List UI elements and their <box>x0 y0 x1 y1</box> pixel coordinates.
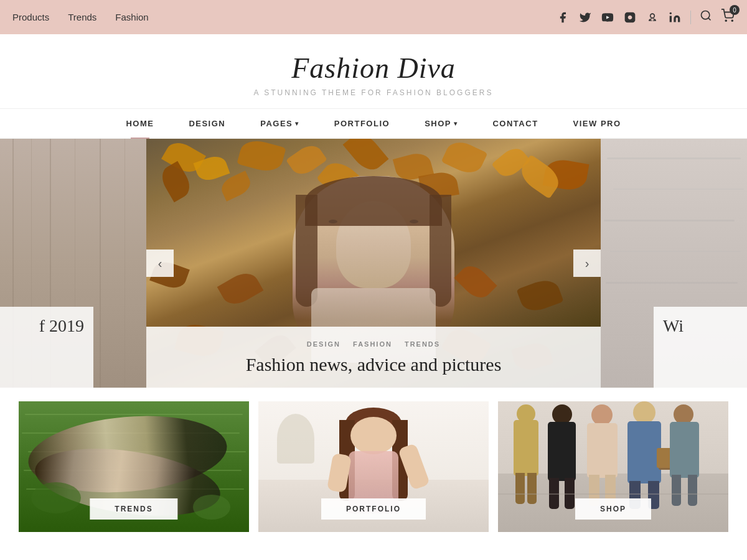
facebook-icon[interactable] <box>556 11 570 24</box>
search-icon[interactable] <box>700 9 712 25</box>
nav-home[interactable]: HOME <box>108 109 171 138</box>
slider-title: Fashion news, advice and pictures <box>165 354 582 375</box>
svg-point-4 <box>651 14 655 18</box>
instagram-icon[interactable] <box>623 11 637 24</box>
top-bar-right: 0 <box>556 9 735 26</box>
slider-right-side: Wi <box>601 139 747 388</box>
hero-section: f 2019 Wi <box>0 139 747 388</box>
tag-trends[interactable]: TRENDS <box>405 340 440 348</box>
slider-prev-button[interactable]: ‹ <box>146 250 174 277</box>
svg-point-9 <box>702 11 710 19</box>
side-right-partial-text: Wi <box>663 316 684 336</box>
card-trends-label: TRENDS <box>90 498 177 520</box>
cart-count: 0 <box>730 5 740 15</box>
side-left-partial-text: f 2019 <box>39 316 84 336</box>
twitter-icon[interactable] <box>578 11 592 24</box>
svg-rect-7 <box>670 16 672 22</box>
top-nav: Products Trends Fashion <box>12 12 149 22</box>
card-portfolio-label: PORTFOLIO <box>321 498 426 520</box>
svg-point-3 <box>629 16 632 19</box>
linkedin-icon[interactable] <box>668 11 682 24</box>
top-bar: Products Trends Fashion <box>0 0 747 34</box>
topnav-trends[interactable]: Trends <box>68 12 96 22</box>
shop-dropdown-icon: ▾ <box>454 120 458 127</box>
odnoklassniki-icon[interactable] <box>646 11 659 24</box>
site-subtitle: A Stunning Theme for Fashion Bloggers <box>0 88 747 97</box>
cart-button[interactable]: 0 <box>721 9 735 26</box>
nav-design[interactable]: DESIGN <box>171 109 243 138</box>
svg-line-10 <box>708 18 711 21</box>
card-shop-label: SHOP <box>575 498 651 520</box>
grid-card-shop[interactable]: SHOP <box>498 401 728 532</box>
bottom-grid: TRENDS <box>0 401 747 532</box>
topnav-fashion[interactable]: Fashion <box>115 12 148 22</box>
svg-point-11 <box>725 20 726 21</box>
site-title: Fashion Diva <box>0 52 747 85</box>
topnav-products[interactable]: Products <box>12 12 49 22</box>
slider-overlay: DESIGN FASHION TRENDS Fashion news, advi… <box>146 327 601 388</box>
youtube-icon[interactable] <box>601 11 614 24</box>
nav-portfolio[interactable]: PORTFOLIO <box>317 109 407 138</box>
nav-view-pro[interactable]: VIEW PRO <box>556 109 639 138</box>
grid-card-portfolio[interactable]: PORTFOLIO <box>258 401 489 532</box>
nav-shop[interactable]: SHOP ▾ <box>407 109 475 138</box>
tag-design[interactable]: DESIGN <box>307 340 341 348</box>
svg-point-12 <box>731 20 733 21</box>
main-nav: HOME DESIGN PAGES ▾ PORTFOLIO SHOP ▾ CON… <box>0 108 747 139</box>
site-header: Fashion Diva A Stunning Theme for Fashio… <box>0 34 747 108</box>
nav-pages[interactable]: PAGES ▾ <box>243 109 317 138</box>
svg-point-8 <box>670 12 672 14</box>
slider-next-button[interactable]: › <box>573 250 601 277</box>
grid-card-trends[interactable]: TRENDS <box>19 401 249 532</box>
slider-left-side: f 2019 <box>0 139 146 388</box>
divider <box>690 11 691 24</box>
nav-contact[interactable]: CONTACT <box>475 109 555 138</box>
tag-fashion[interactable]: FASHION <box>353 340 392 348</box>
slider-tags: DESIGN FASHION TRENDS <box>165 340 582 348</box>
pages-dropdown-icon: ▾ <box>295 120 299 127</box>
